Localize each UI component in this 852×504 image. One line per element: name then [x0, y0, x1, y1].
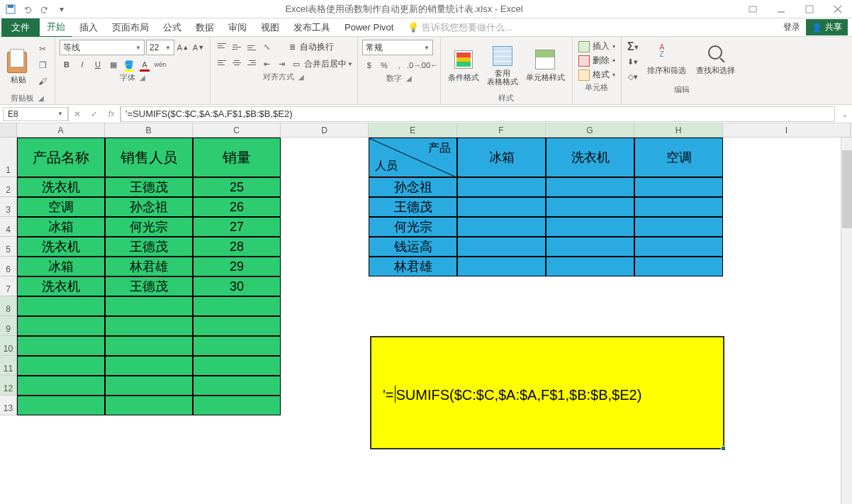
- ribbon-options-icon[interactable]: [739, 1, 767, 18]
- signin-link[interactable]: 登录: [778, 21, 806, 33]
- row-header-3[interactable]: 3: [0, 197, 16, 217]
- tab-insert[interactable]: 插入: [72, 18, 105, 37]
- blue-data-cell[interactable]: [457, 257, 546, 276]
- blue-data-cell[interactable]: [546, 197, 634, 217]
- tab-powerpivot[interactable]: Power Pivot: [337, 19, 400, 35]
- align-left-icon[interactable]: [215, 57, 229, 70]
- scroll-thumb[interactable]: [842, 150, 852, 228]
- col-header-G[interactable]: G: [546, 123, 634, 137]
- maximize-icon[interactable]: [795, 1, 824, 18]
- cut-icon[interactable]: ✂: [35, 41, 50, 57]
- col-header-F[interactable]: F: [457, 123, 546, 137]
- row-header-4[interactable]: 4: [0, 217, 16, 237]
- paste-button[interactable]: 粘贴: [4, 45, 33, 86]
- redo-icon[interactable]: [37, 1, 52, 17]
- vertical-scrollbar[interactable]: [841, 138, 852, 504]
- blue-row-header[interactable]: 何光宗: [369, 217, 457, 237]
- minimize-icon[interactable]: [767, 1, 795, 18]
- tab-file[interactable]: 文件: [1, 18, 40, 37]
- increase-font-icon[interactable]: A▲: [176, 40, 190, 55]
- tab-formulas[interactable]: 公式: [156, 18, 189, 37]
- green-empty-cell[interactable]: [193, 356, 281, 376]
- row-header-11[interactable]: 11: [0, 356, 16, 376]
- number-launcher-icon[interactable]: ◢: [406, 74, 412, 82]
- comma-icon[interactable]: ,: [392, 58, 406, 72]
- row-header-9[interactable]: 9: [0, 316, 16, 336]
- row-header-6[interactable]: 6: [0, 257, 16, 276]
- blue-data-cell[interactable]: [457, 217, 546, 237]
- green-data-cell[interactable]: 25: [193, 177, 281, 197]
- number-format-combo[interactable]: 常规▼: [362, 40, 433, 55]
- blue-data-cell[interactable]: [457, 177, 546, 197]
- format-cells-button[interactable]: 格式▾: [577, 68, 617, 82]
- tab-devtools[interactable]: 发布工具: [286, 18, 337, 37]
- row-header-12[interactable]: 12: [0, 376, 16, 396]
- fill-color-button[interactable]: 🪣: [122, 57, 136, 72]
- green-data-cell[interactable]: 30: [193, 276, 281, 296]
- green-data-cell[interactable]: 王德茂: [105, 237, 193, 257]
- cancel-formula-icon[interactable]: ✕: [69, 106, 86, 122]
- green-empty-cell[interactable]: [193, 296, 281, 316]
- blue-row-header[interactable]: 钱运高: [369, 237, 457, 257]
- green-empty-cell[interactable]: [193, 316, 281, 336]
- green-empty-cell[interactable]: [193, 336, 281, 356]
- green-data-cell[interactable]: 空调: [17, 197, 105, 217]
- blue-data-cell[interactable]: [634, 217, 723, 237]
- green-data-cell[interactable]: 王德茂: [105, 276, 193, 296]
- col-header-B[interactable]: B: [105, 123, 193, 137]
- cell-styles-button[interactable]: 单元格样式: [523, 47, 568, 84]
- align-right-icon[interactable]: [245, 57, 259, 70]
- row-header-2[interactable]: 2: [0, 177, 16, 197]
- name-box[interactable]: E8▼: [3, 107, 68, 121]
- border-button[interactable]: ▦: [106, 57, 120, 72]
- underline-button[interactable]: U: [91, 57, 105, 72]
- green-empty-cell[interactable]: [105, 376, 193, 396]
- row-header-5[interactable]: 5: [0, 237, 16, 257]
- blue-header-cell[interactable]: 洗衣机: [546, 138, 634, 177]
- insert-function-icon[interactable]: fx: [103, 106, 120, 122]
- green-empty-cell[interactable]: [17, 376, 105, 396]
- autosum-button[interactable]: Σ▾: [626, 40, 640, 54]
- orientation-icon[interactable]: ⤡: [259, 40, 274, 54]
- sort-filter-button[interactable]: 排序和筛选: [644, 40, 689, 77]
- blue-data-cell[interactable]: [457, 197, 546, 217]
- green-data-cell[interactable]: 洗衣机: [17, 177, 105, 197]
- green-data-cell[interactable]: 王德茂: [105, 177, 193, 197]
- wrap-text-icon[interactable]: ≣: [285, 40, 299, 54]
- green-data-cell[interactable]: 洗衣机: [17, 237, 105, 257]
- green-data-cell[interactable]: 洗衣机: [17, 276, 105, 296]
- merge-dropdown-icon[interactable]: ▼: [347, 61, 353, 67]
- green-data-cell[interactable]: 孙念祖: [105, 197, 193, 217]
- col-header-H[interactable]: H: [634, 123, 723, 137]
- row-header-1[interactable]: 1: [0, 138, 16, 177]
- italic-button[interactable]: I: [75, 57, 89, 72]
- conditional-format-button[interactable]: 条件格式: [445, 47, 482, 84]
- phonetic-button[interactable]: wén: [153, 57, 167, 72]
- qat-dropdown-icon[interactable]: ▾: [54, 1, 69, 17]
- green-empty-cell[interactable]: [105, 336, 193, 356]
- row-header-10[interactable]: 10: [0, 336, 16, 356]
- green-data-cell[interactable]: 何光宗: [105, 217, 193, 237]
- green-empty-cell[interactable]: [17, 356, 105, 376]
- clear-button[interactable]: ◇▾: [626, 69, 640, 84]
- blue-data-cell[interactable]: [634, 197, 723, 217]
- green-header-cell[interactable]: 销量: [193, 138, 281, 177]
- green-empty-cell[interactable]: [17, 296, 105, 316]
- percent-icon[interactable]: %: [377, 58, 391, 72]
- decrease-decimal-icon[interactable]: .00←: [422, 58, 436, 72]
- blue-header-cell[interactable]: 空调: [634, 138, 723, 177]
- tab-data[interactable]: 数据: [189, 18, 221, 37]
- merge-icon[interactable]: ▭: [289, 57, 303, 71]
- green-data-cell[interactable]: 冰箱: [17, 217, 105, 237]
- font-color-button[interactable]: A: [138, 57, 152, 72]
- align-top-icon[interactable]: [215, 40, 229, 53]
- font-name-combo[interactable]: 等线▼: [60, 40, 145, 55]
- blue-header-cell[interactable]: 冰箱: [457, 138, 546, 177]
- copy-icon[interactable]: ❐: [35, 57, 50, 73]
- tell-me[interactable]: 💡告诉我您想要做什么...: [400, 18, 520, 37]
- blue-data-cell[interactable]: [634, 177, 723, 197]
- green-empty-cell[interactable]: [17, 316, 105, 336]
- formula-note-box[interactable]: '=SUMIFS($C:$C,$A:$A,F$1,$B:$B,$E2): [370, 336, 724, 449]
- green-empty-cell[interactable]: [17, 336, 105, 356]
- undo-icon[interactable]: [20, 1, 35, 17]
